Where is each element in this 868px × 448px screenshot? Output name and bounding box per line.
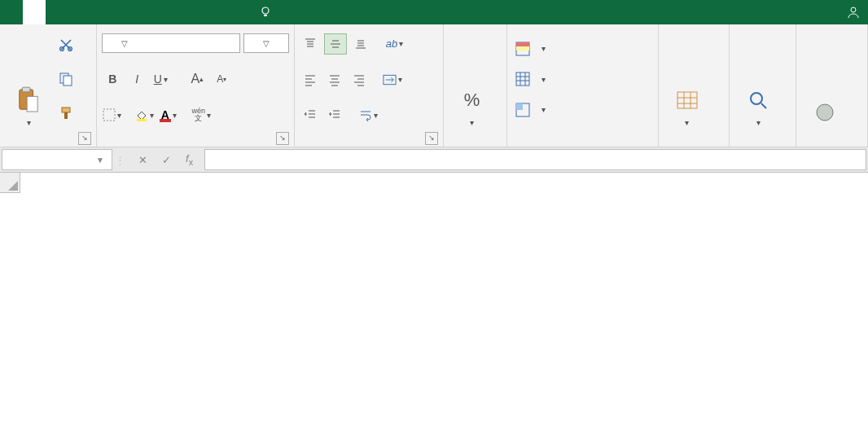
dialog-launcher-icon[interactable]: ↘ xyxy=(78,132,91,145)
tab-review[interactable] xyxy=(137,0,160,24)
italic-button[interactable]: I xyxy=(126,69,147,89)
group-font-label: ↘ xyxy=(102,130,289,145)
svg-rect-21 xyxy=(677,92,697,108)
svg-rect-12 xyxy=(137,119,147,121)
chevron-down-icon: ▽ xyxy=(112,39,137,48)
tab-file[interactable] xyxy=(0,0,23,24)
group-newgroup xyxy=(796,24,868,147)
shrink-font-button[interactable]: A▾ xyxy=(211,69,232,89)
align-center-button[interactable] xyxy=(324,70,345,90)
orientation-button[interactable]: ab▾ xyxy=(384,34,406,54)
cell-styles-button[interactable]: ▾ xyxy=(512,100,653,120)
paste-icon xyxy=(17,89,40,112)
formula-buttons: ✕ ✓ fx xyxy=(127,147,204,172)
group-edit: ▾ xyxy=(730,24,796,147)
formula-input[interactable] xyxy=(204,149,866,170)
tab-layout[interactable] xyxy=(68,0,91,24)
table-format-button[interactable]: ▾ xyxy=(512,69,653,89)
cells-icon xyxy=(676,89,699,112)
cell-styles-icon xyxy=(515,103,530,117)
formula-bar: ▼ ⋮ ✕ ✓ fx xyxy=(0,147,868,173)
dialog-launcher-icon[interactable]: ↘ xyxy=(425,132,438,145)
edit-button[interactable]: ▾ xyxy=(734,28,782,130)
row-headers xyxy=(0,173,20,193)
svg-rect-17 xyxy=(516,46,529,51)
svg-point-0 xyxy=(262,7,269,14)
svg-rect-13 xyxy=(160,119,171,122)
percent-icon: % xyxy=(461,89,484,112)
new-group-button[interactable] xyxy=(801,28,848,130)
paste-button[interactable]: ▾ xyxy=(5,28,52,130)
select-all-corner[interactable] xyxy=(0,173,20,193)
tab-formula[interactable] xyxy=(91,0,114,24)
person-icon xyxy=(847,6,860,19)
spreadsheet-grid xyxy=(0,173,868,193)
group-newgroup-label xyxy=(801,130,862,145)
group-align-label: ↘ xyxy=(300,130,437,145)
chevron-down-icon: ▾ xyxy=(25,118,33,127)
group-styles-label xyxy=(512,130,653,145)
number-format-button[interactable]: % ▾ xyxy=(449,28,496,130)
tab-home[interactable] xyxy=(23,0,46,24)
group-font: ▽ ▽ B I U▾ A▴ A▾ ▾ ▾ A▾ wén文▾ ↘ xyxy=(97,24,295,147)
bold-button[interactable]: B xyxy=(102,69,123,89)
tab-share[interactable] xyxy=(160,0,182,24)
clipboard-tools xyxy=(55,28,77,130)
align-left-button[interactable] xyxy=(300,70,321,90)
circle-icon xyxy=(813,101,836,124)
wrap-text-button[interactable]: ▾ xyxy=(358,105,379,125)
align-middle-button[interactable] xyxy=(324,33,347,55)
search-icon xyxy=(747,89,769,112)
borders-button[interactable]: ▾ xyxy=(102,105,123,125)
chevron-down-icon[interactable]: ▼ xyxy=(89,156,112,165)
fill-color-button[interactable]: ▾ xyxy=(134,105,156,125)
format-painter-button[interactable] xyxy=(55,103,77,123)
svg-rect-4 xyxy=(27,96,37,112)
dialog-launcher-icon[interactable]: ↘ xyxy=(276,132,289,145)
svg-point-1 xyxy=(851,7,856,12)
chevron-down-icon: ▾ xyxy=(468,118,476,127)
align-top-button[interactable] xyxy=(300,34,321,54)
svg-rect-11 xyxy=(103,109,115,121)
group-edit-label xyxy=(734,130,791,145)
tab-help[interactable] xyxy=(228,0,251,24)
font-size-select[interactable]: ▽ xyxy=(243,33,289,53)
merge-button[interactable]: ▾ xyxy=(383,70,404,90)
increase-indent-button[interactable] xyxy=(324,105,345,125)
ribbon-body: ▾ ↘ ▽ ▽ B I U▾ A▴ A▾ xyxy=(0,24,868,147)
group-styles: ▾ ▾ ▾ xyxy=(507,24,659,147)
chevron-down-icon: ▾ xyxy=(755,118,762,127)
group-cells: ▾ xyxy=(659,24,730,147)
chevron-down-icon: ▾ xyxy=(540,75,547,84)
svg-rect-9 xyxy=(62,108,70,112)
cancel-icon[interactable]: ✕ xyxy=(138,154,147,166)
svg-rect-18 xyxy=(516,72,529,86)
tab-insert[interactable] xyxy=(46,0,68,24)
conditional-format-button[interactable]: ▾ xyxy=(512,39,653,59)
chevron-down-icon: ▾ xyxy=(683,118,690,127)
font-name-select[interactable]: ▽ xyxy=(102,33,240,53)
cut-button[interactable] xyxy=(55,35,77,55)
table-format-icon xyxy=(515,72,530,86)
name-box[interactable]: ▼ xyxy=(2,149,112,170)
tab-data[interactable] xyxy=(114,0,137,24)
tell-me[interactable] xyxy=(251,0,285,24)
font-color-button[interactable]: A▾ xyxy=(159,105,180,125)
align-bottom-button[interactable] xyxy=(350,34,371,54)
svg-rect-3 xyxy=(23,87,30,92)
accept-icon[interactable]: ✓ xyxy=(162,154,171,166)
underline-button[interactable]: U▾ xyxy=(151,69,172,89)
phonetic-button[interactable]: wén文▾ xyxy=(191,105,213,125)
fx-icon[interactable]: fx xyxy=(186,152,193,167)
svg-rect-10 xyxy=(64,112,68,119)
tab-view[interactable] xyxy=(182,0,205,24)
copy-button[interactable] xyxy=(55,69,77,89)
chevron-down-icon: ▽ xyxy=(254,39,278,48)
decrease-indent-button[interactable] xyxy=(300,105,321,125)
cells-button[interactable]: ▾ xyxy=(664,28,711,130)
grow-font-button[interactable]: A▴ xyxy=(186,69,208,89)
align-right-button[interactable] xyxy=(349,70,370,90)
group-clipboard: ▾ ↘ xyxy=(0,24,97,147)
tab-dev[interactable] xyxy=(205,0,228,24)
share-indicator[interactable] xyxy=(839,0,868,24)
